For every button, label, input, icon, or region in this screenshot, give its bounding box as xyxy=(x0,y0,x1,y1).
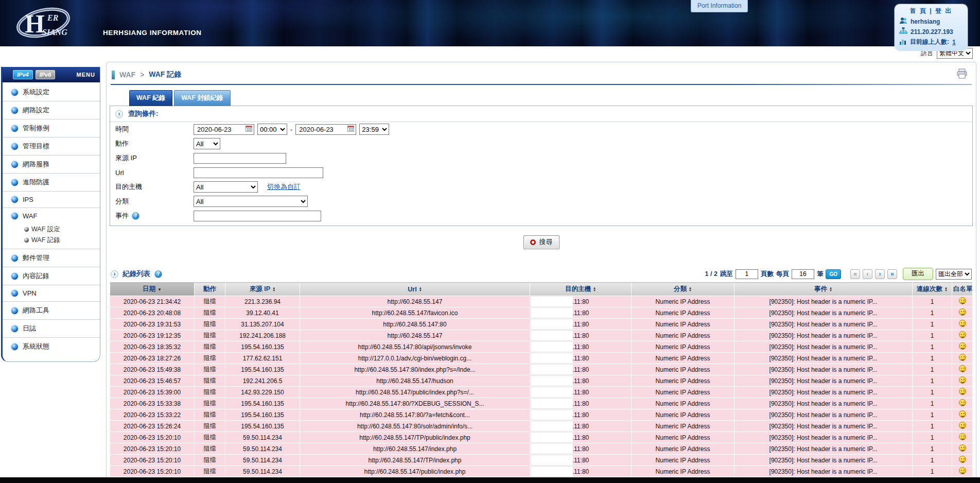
sidebar-item: 管理目標 xyxy=(3,137,100,155)
smiley-icon[interactable] xyxy=(959,467,966,474)
switch-to-custom-link[interactable]: 切換為自訂 xyxy=(267,182,301,192)
cell-connection-count: 1 xyxy=(913,375,952,387)
next-page-button[interactable]: › xyxy=(875,269,885,279)
smiley-icon[interactable] xyxy=(959,320,966,327)
smiley-icon[interactable] xyxy=(959,444,966,452)
sort-icon: ▲▼ xyxy=(272,287,275,292)
sidebar-item-link[interactable]: 管理目標 xyxy=(3,137,100,155)
column-header[interactable]: 連線次數▲▼ xyxy=(913,283,952,296)
smiley-icon[interactable] xyxy=(959,456,966,463)
last-page-button[interactable]: » xyxy=(887,269,897,279)
logout-link[interactable]: 登 出 xyxy=(935,7,952,14)
cell-category: Numeric IP Address xyxy=(632,387,734,398)
sidebar-item-link[interactable]: 網路服務 xyxy=(3,156,100,173)
time-from-select[interactable]: 00:00 xyxy=(257,124,287,135)
cell-whitelist xyxy=(952,307,973,319)
event-label: 事件 xyxy=(115,211,129,220)
column-header[interactable]: 事件▲▼ xyxy=(734,283,913,296)
action-select[interactable]: All xyxy=(194,138,220,149)
redaction-mask xyxy=(531,365,573,374)
smiley-icon[interactable] xyxy=(959,354,966,361)
search-button[interactable]: 搜尋 xyxy=(523,235,559,249)
smiley-icon[interactable] xyxy=(959,308,966,316)
cell-connection-count: 1 xyxy=(913,443,952,455)
dest-host-select[interactable]: All xyxy=(194,181,258,193)
smiley-icon[interactable] xyxy=(959,365,966,372)
sidebar-item-link[interactable]: WAF xyxy=(3,208,100,224)
sidebar-item-link[interactable]: 內容記錄 xyxy=(3,267,100,285)
column-header[interactable]: 目的主機▲▼ xyxy=(530,283,632,296)
go-button[interactable]: GO xyxy=(826,269,841,279)
smiley-icon[interactable] xyxy=(959,410,966,418)
sidebar-item-link[interactable]: VPN xyxy=(3,285,100,301)
home-link[interactable]: 首 頁 xyxy=(910,7,927,14)
sidebar-item-link[interactable]: 郵件管理 xyxy=(3,249,100,267)
question-icon[interactable]: ? xyxy=(154,270,162,278)
cell-date: 2020-06-23 15:20:10 xyxy=(110,443,195,455)
smiley-icon[interactable] xyxy=(959,297,966,304)
cell-dest-host: .11:80 xyxy=(530,307,632,319)
sidebar-item-link[interactable]: 系統設定 xyxy=(3,83,100,101)
category-select[interactable]: All xyxy=(194,196,308,207)
cell-category: Numeric IP Address xyxy=(632,296,734,307)
sidebar-item-link[interactable]: 網路設定 xyxy=(3,101,100,119)
per-page-input[interactable] xyxy=(792,269,814,279)
jump-page-input[interactable] xyxy=(736,269,758,279)
sidebar-item-link[interactable]: IPS xyxy=(3,192,100,208)
source-ip-input[interactable] xyxy=(194,153,286,164)
cell-source-ip: 195.54.160.135 xyxy=(225,341,300,353)
tab-waf-blocked-records[interactable]: WAF 封鎖紀錄 xyxy=(174,90,230,106)
record-list-header: › 紀錄列表 ? 1 / 2 跳至 頁數 每頁 筆 GO « ‹ › » 匯出 … xyxy=(111,268,972,280)
sidebar-menu: 系統設定網路設定管制條例管理目標網路服務進階防護IPSWAFWAF 設定WAF … xyxy=(3,82,100,361)
cell-whitelist xyxy=(952,421,973,432)
cell-event: [902350]: Host header is a numeric IP... xyxy=(734,455,913,466)
sidebar-item-link[interactable]: 進階防護 xyxy=(3,174,100,191)
export-button[interactable]: 匯出 xyxy=(903,268,933,280)
event-input[interactable] xyxy=(194,211,321,221)
port-information-tab[interactable]: Port Information xyxy=(691,0,748,12)
column-header[interactable]: 日期▼ xyxy=(110,283,195,296)
column-header[interactable]: 分類▲▼ xyxy=(632,283,734,296)
export-all-select[interactable]: 匯出全部 xyxy=(936,269,972,280)
prev-page-button[interactable]: ‹ xyxy=(863,269,872,279)
ipv6-tab[interactable]: IPv6 xyxy=(36,70,56,79)
smiley-icon[interactable] xyxy=(959,422,966,429)
printer-icon[interactable] xyxy=(956,68,968,81)
column-header[interactable]: 來源 IP▲▼ xyxy=(225,283,300,296)
url-input[interactable] xyxy=(194,167,323,178)
smiley-icon[interactable] xyxy=(959,433,966,440)
sidebar-subitem-link[interactable]: WAF 設定 xyxy=(3,224,100,235)
calendar-icon[interactable] xyxy=(246,126,252,133)
smiley-icon[interactable] xyxy=(959,388,966,395)
cell-event: [902350]: Host header is a numeric IP... xyxy=(734,432,913,443)
breadcrumb-underline xyxy=(111,84,972,85)
jump-label: 跳至 xyxy=(720,270,733,279)
sidebar-item-link[interactable]: 日誌 xyxy=(3,320,100,337)
first-page-button[interactable]: « xyxy=(850,269,860,279)
calendar-icon[interactable] xyxy=(347,126,354,133)
time-to-select[interactable]: 23:59 xyxy=(359,124,389,135)
sidebar-subitem-link[interactable]: WAF 記錄 xyxy=(3,235,100,246)
smiley-icon[interactable] xyxy=(959,399,966,406)
bullet-icon xyxy=(11,196,18,203)
date-to-input[interactable]: 2020-06-23 xyxy=(295,124,356,135)
cell-source-ip: 192.241.206.188 xyxy=(225,330,300,341)
date-from-input[interactable]: 2020-06-23 xyxy=(194,124,254,135)
smiley-icon[interactable] xyxy=(959,342,966,350)
sidebar-item-link[interactable]: 系統狀態 xyxy=(3,338,100,355)
ipv4-tab[interactable]: IPv4 xyxy=(13,70,33,79)
round-arrow-icon[interactable]: › xyxy=(111,270,118,278)
tab-waf-records[interactable]: WAF 紀錄 xyxy=(129,90,172,106)
sidebar-item-link[interactable]: 管制條例 xyxy=(3,119,100,137)
cell-url: http://60.248.55.147/TP/index.php xyxy=(300,455,530,466)
smiley-icon[interactable] xyxy=(959,376,966,384)
online-users-count[interactable]: 1 xyxy=(952,39,956,46)
smiley-icon[interactable] xyxy=(959,331,966,338)
sidebar-item-link[interactable]: 網路工具 xyxy=(3,302,100,319)
round-arrow-icon[interactable]: › xyxy=(115,110,123,118)
cell-whitelist xyxy=(952,330,973,341)
cell-date: 2020-06-23 15:26:24 xyxy=(110,421,195,432)
column-header[interactable]: Url▲▼ xyxy=(300,283,530,296)
cell-action: 阻擋 xyxy=(195,387,225,398)
question-icon[interactable]: ? xyxy=(132,212,139,220)
